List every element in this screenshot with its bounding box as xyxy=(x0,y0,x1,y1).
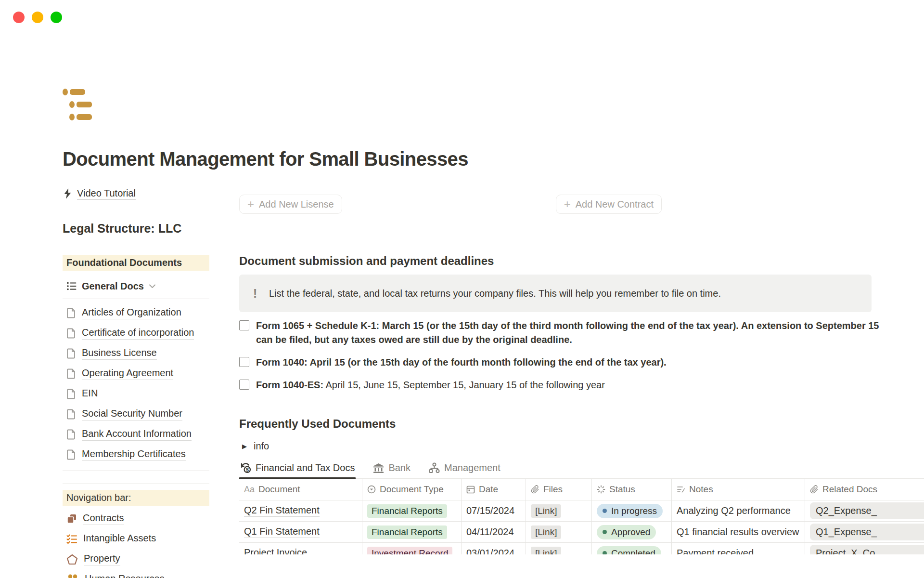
table-row-status[interactable]: In progress xyxy=(592,500,672,522)
nav-link-intangible-assets[interactable]: Intangible Assets xyxy=(63,529,209,549)
video-tutorial-link[interactable]: Video Tutorial xyxy=(63,187,209,200)
status-badge: Approved xyxy=(597,525,656,539)
checkbox-unchecked[interactable] xyxy=(239,357,249,367)
table-row-type[interactable]: Investment Record xyxy=(362,543,462,554)
nav-link-label: Contracts xyxy=(83,512,124,525)
table-row-notes[interactable]: Analyzing Q2 performance xyxy=(672,500,805,522)
info-toggle-label: info xyxy=(254,441,269,452)
column-header-date[interactable]: Date xyxy=(462,479,526,500)
checklist-text: Form 1040-ES: xyxy=(256,380,323,390)
general-docs-toggle[interactable]: General Docs xyxy=(63,279,209,293)
info-toggle[interactable]: ▶ info xyxy=(239,439,924,453)
document-icon xyxy=(66,449,76,460)
related-doc-chip[interactable]: Project_X_Co xyxy=(810,545,924,554)
table-row-date[interactable]: 03/01/2024 xyxy=(462,543,526,554)
status-dot-icon xyxy=(603,551,607,554)
doc-link-bank-account-information[interactable]: Bank Account Information xyxy=(63,424,209,445)
tab-label: Financial and Tax Docs xyxy=(256,462,355,473)
minimize-button[interactable] xyxy=(32,12,43,23)
callout: ! List the federal, state, and local tax… xyxy=(239,275,872,312)
column-header-related-docs[interactable]: Related Docs xyxy=(805,479,924,500)
doc-link-label: Membership Certificates xyxy=(82,448,186,461)
table-row-type[interactable]: Financial Reports xyxy=(362,522,462,543)
doc-link-label: Operating Agreement xyxy=(82,368,173,380)
file-link-chip[interactable]: [Link] xyxy=(531,504,561,518)
nav-link-human-resources[interactable]: Human Resources xyxy=(63,569,209,578)
table-row-related[interactable]: Q1_Expense_ xyxy=(805,522,924,543)
table-row-document[interactable]: Q1 Fin Statement xyxy=(239,522,362,543)
currency-exchange-icon: $ xyxy=(240,462,251,473)
status-property-icon xyxy=(597,485,605,494)
org-chart-icon xyxy=(429,462,440,473)
related-doc-chip[interactable]: Q2_Expense_ xyxy=(810,502,924,519)
doc-link-social-security-number[interactable]: Social Security Number xyxy=(63,404,209,424)
notion-page: Document Management for Small Businesses… xyxy=(0,0,924,578)
column-header-files[interactable]: Files xyxy=(526,479,592,500)
column-header-notes[interactable]: Notes xyxy=(672,479,805,500)
contracts-icon xyxy=(66,513,77,524)
doc-link-label: Business License xyxy=(82,347,157,360)
add-new-license-button[interactable]: + Add New Lisense xyxy=(239,195,342,214)
related-doc-chip[interactable]: Q1_Expense_ xyxy=(810,524,924,540)
column-header-document[interactable]: Aa Document xyxy=(239,479,362,500)
nav-link-property[interactable]: Property xyxy=(63,549,209,569)
table-row-date[interactable]: 07/15/2024 xyxy=(462,500,526,522)
column-header-document-type[interactable]: Document Type xyxy=(362,479,462,500)
tag-chip: Financial Reports xyxy=(367,525,447,539)
table-row-type[interactable]: Financial Reports xyxy=(362,500,462,522)
table-row-date[interactable]: 04/11/2024 xyxy=(462,522,526,543)
tab-bank[interactable]: Bank xyxy=(372,460,411,478)
general-docs-label: General Docs xyxy=(82,281,144,292)
table-row-status[interactable]: Approved xyxy=(592,522,672,543)
database-view-tabs: $ Financial and Tax Docs Bank xyxy=(239,460,924,479)
deadlines-heading: Document submission and payment deadline… xyxy=(239,253,924,269)
doc-link-operating-agreement[interactable]: Operating Agreement xyxy=(63,364,209,384)
page-emoji-gold-list-icon[interactable] xyxy=(63,89,93,122)
select-property-icon xyxy=(367,485,376,494)
checklist-item-form-1065: Form 1065 + Schedule K-1: March 15 (or t… xyxy=(239,319,879,347)
doc-link-label: Bank Account Information xyxy=(82,428,192,441)
tab-management[interactable]: Management xyxy=(428,460,501,478)
table-row-files[interactable]: [Link] xyxy=(526,500,592,522)
table-row-notes[interactable]: Q1 financial results overview xyxy=(672,522,805,543)
file-link-chip[interactable]: [Link] xyxy=(531,547,561,555)
table-row-document[interactable]: Project Invoice xyxy=(239,543,362,554)
table-row-files[interactable]: [Link] xyxy=(526,522,592,543)
doc-link-membership-certificates[interactable]: Membership Certificates xyxy=(63,445,209,465)
svg-text:$: $ xyxy=(246,467,249,473)
lightning-bolt-icon xyxy=(63,188,72,199)
table-row-related[interactable]: Q2_Expense_ xyxy=(805,500,924,522)
document-icon xyxy=(66,328,76,339)
table-row-document[interactable]: Q2 Fin Statement xyxy=(239,500,362,522)
table-row-related[interactable]: Project_X_Co xyxy=(805,543,924,554)
checkbox-unchecked[interactable] xyxy=(239,320,249,330)
doc-link-certificate-of-incorporation[interactable]: Certificate of incorporation xyxy=(63,323,209,343)
checklist-icon xyxy=(66,534,77,544)
close-button[interactable] xyxy=(13,12,25,23)
nav-link-contracts[interactable]: Contracts xyxy=(63,509,209,529)
doc-link-business-license[interactable]: Business License xyxy=(63,343,209,364)
status-badge: Completed xyxy=(597,546,661,555)
add-new-contract-button[interactable]: + Add New Contract xyxy=(556,195,662,214)
paperclip-icon xyxy=(531,485,539,494)
callout-text: List the federal, state, and local tax r… xyxy=(269,288,721,299)
doc-link-ein[interactable]: EIN xyxy=(63,384,209,404)
file-link-chip[interactable]: [Link] xyxy=(531,525,561,539)
column-header-status[interactable]: Status xyxy=(592,479,672,500)
navigation-links: Contracts Intangible Assets Pro xyxy=(63,509,209,578)
table-row-status[interactable]: Completed xyxy=(592,543,672,554)
left-column: Video Tutorial Legal Structure: LLC Foun… xyxy=(63,187,209,578)
doc-link-label: EIN xyxy=(82,388,98,400)
checkbox-unchecked[interactable] xyxy=(239,380,249,390)
database-table: Aa Document Document Type Date Files xyxy=(239,479,924,554)
status-dot-icon xyxy=(603,509,607,513)
document-icon xyxy=(66,308,76,318)
doc-link-articles-of-organization[interactable]: Articles of Organization xyxy=(63,303,209,323)
document-icon xyxy=(66,389,76,399)
tab-financial-and-tax-docs[interactable]: $ Financial and Tax Docs xyxy=(239,460,356,478)
document-icon xyxy=(66,409,76,420)
zoom-button[interactable] xyxy=(51,12,62,23)
table-row-notes[interactable]: Payment received xyxy=(672,543,805,554)
toggle-triangle-icon: ▶ xyxy=(242,443,247,450)
table-row-files[interactable]: [Link] xyxy=(526,543,592,554)
